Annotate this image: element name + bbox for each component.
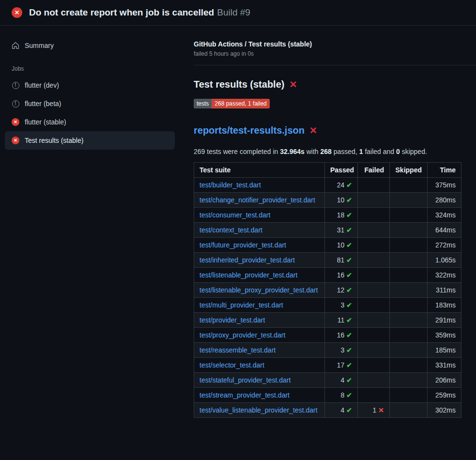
pass-check-icon: ✔	[346, 391, 352, 399]
suite-link[interactable]: test/consumer_test.dart	[200, 211, 270, 219]
pass-check-icon: ✔	[346, 361, 352, 369]
suite-cell: test/inherited_provider_test.dart	[194, 253, 325, 268]
pass-check-icon: ✔	[346, 211, 352, 219]
col-header-test-suite: Test suite	[194, 163, 325, 178]
time-cell: 324ms	[428, 208, 461, 223]
failed-cell	[358, 193, 390, 208]
suite-link[interactable]: test/value_listenable_provider_test.dart	[200, 406, 318, 414]
count: 8	[340, 391, 344, 399]
count: 11	[338, 316, 345, 324]
pass-check-icon: ✔	[346, 376, 352, 384]
failed-cell	[358, 298, 390, 313]
table-row: test/consumer_test.dart 18✔ 324ms	[194, 208, 461, 223]
suite-link[interactable]: test/provider_test.dart	[200, 316, 265, 324]
skipped-cell	[390, 388, 428, 403]
suite-link[interactable]: test/builder_test.dart	[200, 181, 261, 189]
sidebar-item-test-results-stable[interactable]: ✕ Test results (stable)	[5, 131, 175, 150]
skipped-cell	[390, 208, 428, 223]
suite-link[interactable]: test/listenable_proxy_provider_test.dart	[200, 286, 318, 294]
sidebar-item-flutter-beta[interactable]: ! flutter (beta)	[5, 94, 175, 113]
passed-cell: 4✔	[325, 373, 358, 388]
table-row: test/stateful_provider_test.dart 4✔ 206m…	[194, 373, 461, 388]
summary-duration: 32.964s	[280, 148, 305, 155]
skipped-cell	[390, 223, 428, 238]
skipped-cell	[390, 253, 428, 268]
table-row: test/provider_test.dart 11✔ 291ms	[194, 313, 461, 328]
suite-link[interactable]: test/reassemble_test.dart	[200, 346, 276, 354]
failed-cell	[358, 223, 390, 238]
time-cell: 272ms	[428, 238, 461, 253]
count: 4	[340, 376, 344, 384]
suite-link[interactable]: test/selector_test.dart	[200, 361, 264, 369]
table-row: test/context_test.dart 31✔ 644ms	[194, 223, 461, 238]
check-run-title: Test results (stable) ✕	[194, 79, 461, 90]
home-icon	[12, 42, 19, 49]
time-cell: 359ms	[428, 328, 461, 343]
count: 3	[340, 301, 344, 309]
suite-link[interactable]: test/multi_provider_test.dart	[200, 301, 283, 309]
pass-check-icon: ✔	[346, 301, 352, 309]
suite-cell: test/stateful_provider_test.dart	[194, 373, 325, 388]
pass-check-icon: ✔	[346, 256, 352, 264]
count: 16	[337, 271, 345, 279]
skipped-cell	[390, 313, 428, 328]
skipped-cell	[390, 178, 428, 193]
sidebar-item-flutter-stable[interactable]: ✕ flutter (stable)	[5, 113, 175, 131]
suite-link[interactable]: test/inherited_provider_test.dart	[200, 256, 295, 264]
neutral-status-icon: !	[12, 81, 19, 89]
failed-cell	[358, 358, 390, 373]
summary-text: 269 tests were completed in	[194, 148, 280, 155]
time-cell: 183ms	[428, 298, 461, 313]
run-status-line: failed 5 hours ago in 0s	[194, 50, 461, 57]
passed-cell: 18✔	[325, 208, 358, 223]
sidebar-item-summary[interactable]: Summary	[5, 36, 175, 55]
tests-badge: tests 268 passed, 1 failed	[194, 99, 270, 108]
build-number: Build #9	[217, 7, 250, 17]
pass-check-icon: ✔	[346, 406, 352, 414]
report-file-heading[interactable]: reports/test-results.json ✕	[194, 125, 461, 136]
suite-cell: test/provider_test.dart	[194, 313, 325, 328]
col-header-failed: Failed	[358, 163, 390, 178]
jobs-section-label: Jobs	[12, 65, 168, 72]
col-header-time: Time	[428, 163, 461, 178]
pass-check-icon: ✔	[346, 346, 352, 354]
passed-cell: 12✔	[325, 283, 358, 298]
report-file-link[interactable]: reports/test-results.json	[194, 125, 305, 136]
table-row: test/multi_provider_test.dart 3✔ 183ms	[194, 298, 461, 313]
passed-cell: 31✔	[325, 223, 358, 238]
failed-status-icon: ✕	[12, 137, 19, 144]
pass-check-icon: ✔	[346, 286, 352, 294]
pass-check-icon: ✔	[346, 226, 352, 234]
sidebar: Summary Jobs ! flutter (dev) ! flutter (…	[0, 26, 182, 159]
fail-x-icon: ✕	[289, 80, 297, 89]
suite-link[interactable]: test/change_notifier_provider_test.dart	[200, 196, 315, 204]
time-cell: 311ms	[428, 283, 461, 298]
pass-check-icon: ✔	[346, 241, 352, 249]
suite-link[interactable]: test/stateful_provider_test.dart	[200, 376, 291, 384]
table-row: test/future_provider_test.dart 10✔ 272ms	[194, 238, 461, 253]
suite-link[interactable]: test/stream_provider_test.dart	[200, 391, 290, 399]
suite-link[interactable]: test/future_provider_test.dart	[200, 241, 286, 249]
summary-text: failed and	[363, 148, 397, 155]
count: 1	[372, 406, 376, 414]
suite-link[interactable]: test/listenable_provider_test.dart	[200, 271, 297, 279]
failed-status-icon: ✕	[12, 118, 19, 126]
failed-cell	[358, 373, 390, 388]
summary-text: with	[305, 148, 321, 155]
suite-link[interactable]: test/proxy_provider_test.dart	[200, 331, 285, 339]
fail-x-icon: ✕	[309, 126, 317, 135]
skipped-cell	[390, 328, 428, 343]
sidebar-item-flutter-dev[interactable]: ! flutter (dev)	[5, 76, 175, 94]
suite-link[interactable]: test/context_test.dart	[200, 226, 262, 234]
time-cell: 302ms	[428, 403, 461, 418]
table-row: test/change_notifier_provider_test.dart …	[194, 193, 461, 208]
suite-cell: test/stream_provider_test.dart	[194, 388, 325, 403]
failed-status-icon: ✕	[12, 7, 22, 18]
table-row: test/inherited_provider_test.dart 81✔ 1.…	[194, 253, 461, 268]
badge-label: tests	[194, 99, 212, 108]
test-results-table: Test suite Passed Failed Skipped Time te…	[194, 162, 461, 418]
pass-check-icon: ✔	[346, 316, 352, 324]
failed-cell	[358, 238, 390, 253]
page-title-wrap: Do not create report when job is cancell…	[29, 7, 250, 18]
suite-cell: test/listenable_provider_test.dart	[194, 268, 325, 283]
